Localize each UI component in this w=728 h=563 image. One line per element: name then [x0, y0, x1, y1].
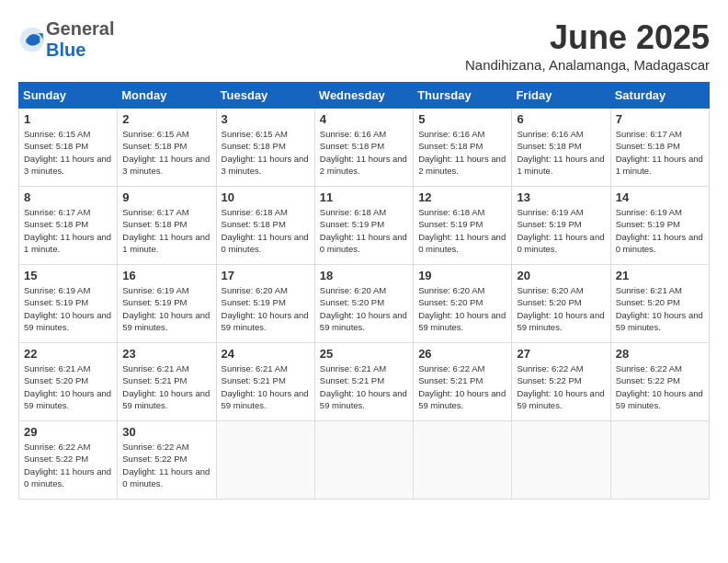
- day-number: 12: [418, 190, 506, 204]
- day-info: Sunrise: 6:19 AM Sunset: 5:19 PM Dayligh…: [122, 284, 210, 333]
- calendar-day-cell: 17Sunrise: 6:20 AM Sunset: 5:19 PM Dayli…: [216, 265, 314, 343]
- day-number: 24: [222, 347, 310, 361]
- calendar-day-cell: 5Sunrise: 6:16 AM Sunset: 5:18 PM Daylig…: [414, 109, 512, 187]
- calendar-day-cell: 24Sunrise: 6:21 AM Sunset: 5:21 PM Dayli…: [216, 343, 314, 421]
- day-info: Sunrise: 6:16 AM Sunset: 5:18 PM Dayligh…: [517, 128, 605, 177]
- day-info: Sunrise: 6:18 AM Sunset: 5:19 PM Dayligh…: [418, 206, 506, 255]
- day-info: Sunrise: 6:22 AM Sunset: 5:22 PM Dayligh…: [517, 362, 605, 411]
- day-info: Sunrise: 6:20 AM Sunset: 5:20 PM Dayligh…: [320, 284, 408, 333]
- calendar-day-cell: 8Sunrise: 6:17 AM Sunset: 5:18 PM Daylig…: [19, 187, 118, 265]
- calendar-day-cell: 15Sunrise: 6:19 AM Sunset: 5:19 PM Dayli…: [19, 265, 118, 343]
- day-number: 19: [418, 269, 506, 282]
- day-of-week-header: Wednesday: [314, 83, 413, 109]
- day-number: 4: [320, 112, 408, 126]
- day-of-week-header: Tuesday: [216, 83, 314, 109]
- calendar-day-cell: 18Sunrise: 6:20 AM Sunset: 5:20 PM Dayli…: [314, 265, 413, 343]
- calendar-day-cell: 30Sunrise: 6:22 AM Sunset: 5:22 PM Dayli…: [118, 421, 216, 500]
- logo-blue-text: Blue: [46, 40, 85, 60]
- calendar-day-cell: 20Sunrise: 6:20 AM Sunset: 5:20 PM Dayli…: [512, 265, 610, 343]
- day-number: 2: [122, 112, 210, 126]
- day-info: Sunrise: 6:15 AM Sunset: 5:18 PM Dayligh…: [24, 128, 112, 177]
- calendar-week-row: 8Sunrise: 6:17 AM Sunset: 5:18 PM Daylig…: [19, 187, 710, 265]
- day-info: Sunrise: 6:18 AM Sunset: 5:18 PM Dayligh…: [222, 206, 310, 255]
- calendar-day-cell: 1Sunrise: 6:15 AM Sunset: 5:18 PM Daylig…: [19, 109, 118, 187]
- day-info: Sunrise: 6:21 AM Sunset: 5:21 PM Dayligh…: [122, 362, 210, 411]
- calendar-header-row: SundayMondayTuesdayWednesdayThursdayFrid…: [19, 83, 710, 109]
- calendar-day-cell: 19Sunrise: 6:20 AM Sunset: 5:20 PM Dayli…: [414, 265, 512, 343]
- calendar-day-cell: [414, 421, 512, 500]
- day-number: 25: [320, 347, 408, 361]
- day-info: Sunrise: 6:21 AM Sunset: 5:21 PM Dayligh…: [320, 362, 408, 411]
- day-number: 10: [222, 190, 310, 204]
- day-info: Sunrise: 6:16 AM Sunset: 5:18 PM Dayligh…: [418, 128, 506, 177]
- calendar-table: SundayMondayTuesdayWednesdayThursdayFrid…: [18, 82, 710, 500]
- day-info: Sunrise: 6:18 AM Sunset: 5:19 PM Dayligh…: [320, 206, 408, 255]
- day-number: 9: [122, 190, 210, 204]
- logo-icon: [18, 26, 46, 53]
- day-number: 14: [616, 190, 704, 204]
- day-number: 21: [616, 269, 704, 282]
- page-header: General Blue June 2025 Nandihizana, Anal…: [18, 18, 710, 73]
- day-of-week-header: Sunday: [19, 83, 118, 109]
- day-number: 22: [24, 347, 112, 361]
- day-of-week-header: Saturday: [610, 83, 709, 109]
- calendar-day-cell: 4Sunrise: 6:16 AM Sunset: 5:18 PM Daylig…: [314, 109, 413, 187]
- day-info: Sunrise: 6:17 AM Sunset: 5:18 PM Dayligh…: [122, 206, 210, 255]
- calendar-day-cell: 9Sunrise: 6:17 AM Sunset: 5:18 PM Daylig…: [118, 187, 216, 265]
- calendar-day-cell: 26Sunrise: 6:22 AM Sunset: 5:21 PM Dayli…: [414, 343, 512, 421]
- calendar-day-cell: [512, 421, 610, 500]
- day-info: Sunrise: 6:19 AM Sunset: 5:19 PM Dayligh…: [616, 206, 704, 255]
- calendar-day-cell: [314, 421, 413, 500]
- day-info: Sunrise: 6:15 AM Sunset: 5:18 PM Dayligh…: [122, 128, 210, 177]
- calendar-day-cell: 25Sunrise: 6:21 AM Sunset: 5:21 PM Dayli…: [314, 343, 413, 421]
- day-number: 29: [24, 425, 112, 439]
- day-info: Sunrise: 6:19 AM Sunset: 5:19 PM Dayligh…: [24, 284, 112, 333]
- calendar-day-cell: 14Sunrise: 6:19 AM Sunset: 5:19 PM Dayli…: [610, 187, 709, 265]
- day-number: 17: [222, 269, 310, 282]
- calendar-week-row: 22Sunrise: 6:21 AM Sunset: 5:20 PM Dayli…: [19, 343, 710, 421]
- day-info: Sunrise: 6:17 AM Sunset: 5:18 PM Dayligh…: [616, 128, 704, 177]
- day-info: Sunrise: 6:22 AM Sunset: 5:22 PM Dayligh…: [24, 441, 112, 489]
- calendar-day-cell: 10Sunrise: 6:18 AM Sunset: 5:18 PM Dayli…: [216, 187, 314, 265]
- day-of-week-header: Monday: [118, 83, 216, 109]
- day-of-week-header: Thursday: [414, 83, 512, 109]
- day-number: 6: [517, 112, 605, 126]
- calendar-day-cell: 23Sunrise: 6:21 AM Sunset: 5:21 PM Dayli…: [118, 343, 216, 421]
- day-number: 13: [517, 190, 605, 204]
- calendar-day-cell: [610, 421, 709, 500]
- title-section: June 2025 Nandihizana, Analamanga, Madag…: [465, 18, 710, 73]
- calendar-day-cell: 28Sunrise: 6:22 AM Sunset: 5:22 PM Dayli…: [610, 343, 709, 421]
- calendar-day-cell: 29Sunrise: 6:22 AM Sunset: 5:22 PM Dayli…: [19, 421, 118, 500]
- calendar-day-cell: 6Sunrise: 6:16 AM Sunset: 5:18 PM Daylig…: [512, 109, 610, 187]
- day-number: 3: [222, 112, 310, 126]
- day-info: Sunrise: 6:19 AM Sunset: 5:19 PM Dayligh…: [517, 206, 605, 255]
- day-info: Sunrise: 6:21 AM Sunset: 5:20 PM Dayligh…: [616, 284, 704, 333]
- calendar-day-cell: 27Sunrise: 6:22 AM Sunset: 5:22 PM Dayli…: [512, 343, 610, 421]
- day-info: Sunrise: 6:16 AM Sunset: 5:18 PM Dayligh…: [320, 128, 408, 177]
- day-number: 11: [320, 190, 408, 204]
- day-number: 20: [517, 269, 605, 282]
- day-number: 1: [24, 112, 112, 126]
- day-number: 18: [320, 269, 408, 282]
- day-info: Sunrise: 6:20 AM Sunset: 5:20 PM Dayligh…: [517, 284, 605, 333]
- logo-general-text: General: [46, 18, 114, 39]
- day-info: Sunrise: 6:22 AM Sunset: 5:22 PM Dayligh…: [122, 441, 210, 489]
- calendar-day-cell: 12Sunrise: 6:18 AM Sunset: 5:19 PM Dayli…: [414, 187, 512, 265]
- day-info: Sunrise: 6:15 AM Sunset: 5:18 PM Dayligh…: [222, 128, 310, 177]
- calendar-day-cell: 2Sunrise: 6:15 AM Sunset: 5:18 PM Daylig…: [118, 109, 216, 187]
- day-number: 8: [24, 190, 112, 204]
- day-number: 23: [122, 347, 210, 361]
- calendar-day-cell: [216, 421, 314, 500]
- calendar-day-cell: 21Sunrise: 6:21 AM Sunset: 5:20 PM Dayli…: [610, 265, 709, 343]
- day-number: 15: [24, 269, 112, 282]
- day-number: 16: [122, 269, 210, 282]
- calendar-day-cell: 16Sunrise: 6:19 AM Sunset: 5:19 PM Dayli…: [118, 265, 216, 343]
- calendar-day-cell: 13Sunrise: 6:19 AM Sunset: 5:19 PM Dayli…: [512, 187, 610, 265]
- day-number: 30: [122, 425, 210, 439]
- day-number: 7: [616, 112, 704, 126]
- calendar-day-cell: 22Sunrise: 6:21 AM Sunset: 5:20 PM Dayli…: [19, 343, 118, 421]
- day-info: Sunrise: 6:22 AM Sunset: 5:22 PM Dayligh…: [616, 362, 704, 411]
- day-info: Sunrise: 6:22 AM Sunset: 5:21 PM Dayligh…: [418, 362, 506, 411]
- calendar-week-row: 1Sunrise: 6:15 AM Sunset: 5:18 PM Daylig…: [19, 109, 710, 187]
- day-info: Sunrise: 6:20 AM Sunset: 5:20 PM Dayligh…: [418, 284, 506, 333]
